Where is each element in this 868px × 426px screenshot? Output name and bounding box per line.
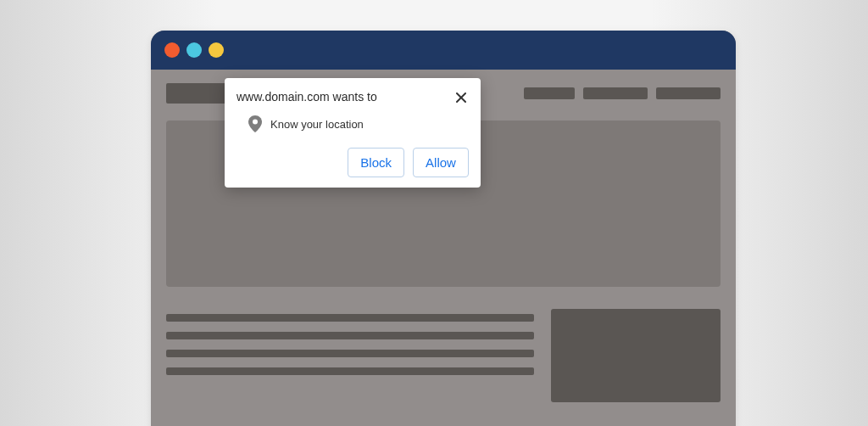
permission-popup: www.domain.com wants to Know your locati… [225,78,481,188]
nav-link-placeholder[interactable] [583,87,648,99]
permission-request-row: Know your location [236,115,469,132]
content-row [166,309,721,402]
text-line-placeholder [166,350,534,357]
text-line-placeholder [166,332,534,339]
window-titlebar [151,31,736,70]
popup-header: www.domain.com wants to [236,90,469,105]
nav-link-placeholder[interactable] [524,87,575,99]
location-pin-icon [248,115,262,132]
block-button[interactable]: Block [348,148,404,177]
nav-link-placeholder[interactable] [656,87,721,99]
text-column [166,309,534,402]
minimize-window-button[interactable] [186,42,202,58]
svg-point-2 [253,120,258,125]
site-logo-placeholder [166,83,234,104]
text-line-placeholder [166,367,534,375]
permission-request-text: Know your location [270,118,364,131]
popup-actions: Block Allow [236,148,469,177]
side-image-placeholder [551,309,721,402]
popup-title: www.domain.com wants to [236,90,377,104]
text-line-placeholder [166,314,534,322]
close-window-button[interactable] [164,42,180,58]
allow-button[interactable]: Allow [413,148,469,177]
close-icon[interactable] [453,90,469,105]
maximize-window-button[interactable] [209,42,224,58]
